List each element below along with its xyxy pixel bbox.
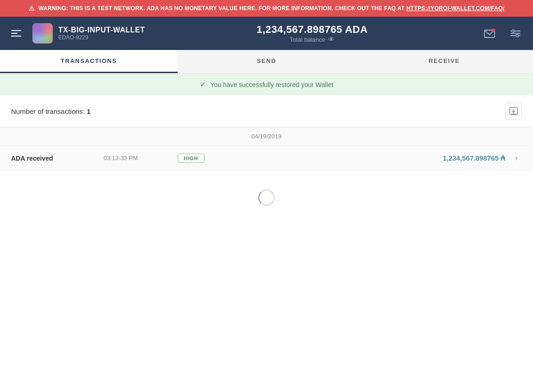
transaction-amount: 1,234,567.898765 ₳ (224, 154, 505, 162)
header: TX-BIG-INPUT-WALLET EDAO-9229 1,234,567.… (0, 17, 533, 50)
warning-icon: ⚠ (29, 5, 35, 12)
menu-line-3 (11, 36, 21, 37)
warning-link[interactable]: HTTPS://YOROI-WALLET.COM/FAQ/ (406, 5, 504, 12)
transaction-label: ADA received (11, 155, 104, 162)
nav-tabs: TRANSACTIONS SEND RECEIVE (0, 50, 533, 74)
loading-spinner (258, 189, 275, 206)
success-banner: ✓ You have successfully restored your Wa… (0, 74, 533, 95)
wallet-name: TX-BIG-INPUT-WALLET (58, 26, 145, 34)
menu-button[interactable] (7, 26, 25, 40)
main-content: Number of transactions: 1 04/19/2019 ADA… (0, 95, 533, 224)
wallet-avatar (32, 23, 53, 44)
svg-point-6 (516, 35, 519, 37)
tab-transactions[interactable]: TRANSACTIONS (0, 50, 178, 73)
balance-section: 1,234,567.898765 ADA Total balance 👁 (145, 24, 479, 43)
menu-line-1 (11, 30, 21, 31)
notifications-button[interactable] (479, 23, 500, 44)
menu-line-2 (11, 33, 18, 34)
transactions-count: Number of transactions: 1 (11, 107, 91, 115)
tab-send[interactable]: SEND (178, 50, 355, 73)
warning-text: WARNING: THIS IS A TEST NETWORK. ADA HAS… (38, 5, 504, 12)
expand-button[interactable]: › (511, 153, 522, 163)
header-actions (479, 23, 526, 44)
date-separator: 04/19/2019 (0, 127, 533, 146)
loading-container (0, 171, 533, 224)
svg-point-1 (491, 29, 495, 32)
status-badge: HIGH (178, 154, 205, 163)
export-button[interactable] (505, 103, 522, 119)
settings-button[interactable] (505, 23, 526, 44)
transactions-header: Number of transactions: 1 (0, 95, 533, 127)
transaction-time: 03:13:33 PM (104, 155, 178, 162)
table-row: ADA received 03:13:33 PM HIGH 1,234,567.… (0, 146, 533, 171)
balance-label: Total balance 👁 (290, 36, 335, 43)
svg-point-5 (512, 30, 514, 32)
wallet-name-section: TX-BIG-INPUT-WALLET EDAO-9229 (58, 26, 145, 41)
wallet-id: EDAO-9229 (58, 34, 145, 41)
tab-receive[interactable]: RECEIVE (355, 50, 533, 73)
balance-amount: 1,234,567.898765 ADA (256, 24, 367, 36)
success-message: You have successfully restored your Wall… (211, 81, 334, 88)
warning-banner: ⚠ WARNING: THIS IS A TEST NETWORK. ADA H… (0, 0, 533, 17)
transaction-badge: HIGH (178, 154, 224, 163)
wallet-info: TX-BIG-INPUT-WALLET EDAO-9229 (32, 23, 145, 44)
eye-icon[interactable]: 👁 (328, 36, 335, 43)
check-icon: ✓ (200, 80, 206, 89)
